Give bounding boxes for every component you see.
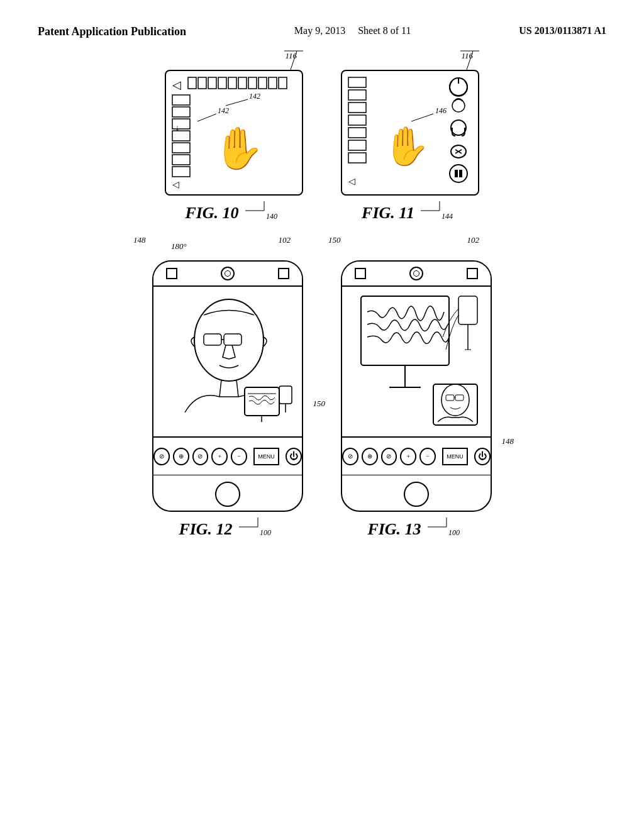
svg-point-56 (194, 299, 264, 381)
fig13-phone: ⊘ ⊕ ⊘ + − MENU ⏻ (341, 260, 492, 512)
fig12-ref-148: 148 (133, 235, 146, 245)
fig13-home-btn[interactable] (404, 482, 429, 507)
figure-10-wrapper: 116 ◁ (165, 70, 303, 223)
fig12-top-square-left (166, 268, 177, 279)
svg-point-48 (450, 165, 467, 182)
fig10-116-leader (269, 48, 306, 73)
svg-text:✋: ✋ (213, 124, 265, 173)
svg-text:↓: ↓ (175, 123, 180, 133)
fig10-screen: ◁ (165, 70, 303, 196)
fig11-label: FIG. 11 (362, 204, 414, 223)
fig10-svg: ◁ (166, 71, 304, 197)
fig11-144-leader: 144 (421, 201, 458, 220)
fig10-label: FIG. 10 (185, 204, 238, 223)
fig11-svg: ◁ ✋ (342, 71, 480, 197)
svg-text:◁: ◁ (172, 79, 181, 91)
fig12-menu-btn[interactable]: MENU (253, 448, 279, 465)
svg-rect-8 (238, 77, 247, 89)
fig13-camera (409, 267, 423, 280)
svg-line-61 (236, 380, 238, 397)
header-sheet: Sheet 8 of 11 (358, 25, 411, 36)
svg-rect-18 (172, 155, 190, 165)
svg-rect-7 (228, 77, 236, 89)
figure-12-wrapper: 148 180° 102 150 (152, 260, 303, 539)
svg-rect-3 (188, 77, 196, 89)
svg-point-44 (451, 120, 466, 135)
fig13-ref-102: 102 (467, 235, 480, 245)
fig12-camera-inner (225, 270, 231, 277)
svg-rect-9 (248, 77, 257, 89)
svg-rect-12 (279, 77, 287, 89)
svg-rect-11 (269, 77, 277, 89)
fig13-buttons-row: ⊘ ⊕ ⊘ + − MENU ⏻ (342, 438, 491, 475)
svg-rect-14 (172, 107, 190, 117)
fig13-ref-148: 148 (502, 436, 514, 446)
svg-rect-5 (208, 77, 216, 89)
fig10-140-leader: 140 (245, 201, 283, 220)
svg-rect-65 (279, 386, 292, 404)
svg-rect-34 (348, 102, 366, 113)
svg-line-23 (226, 99, 248, 106)
svg-text:142: 142 (249, 92, 260, 101)
svg-rect-32 (348, 77, 366, 87)
svg-rect-33 (348, 90, 366, 100)
header-center: May 9, 2013 Sheet 8 of 11 (294, 25, 411, 36)
svg-rect-73 (458, 296, 477, 324)
fig13-screen (342, 287, 491, 438)
svg-rect-57 (204, 334, 221, 345)
fig12-label: FIG. 12 (179, 520, 232, 539)
fig12-btn-1: ⊘ (153, 448, 170, 465)
fig13-menu-btn[interactable]: MENU (442, 448, 468, 465)
fig13-btn-plus: + (400, 448, 416, 465)
fig11-116-leader (445, 48, 482, 73)
svg-text:✋: ✋ (383, 124, 430, 169)
svg-line-30 (467, 51, 473, 70)
fig13-100-leader: 100 (428, 517, 465, 536)
figures-row-1: 116 ◁ (0, 70, 644, 223)
fig12-top-bar (153, 262, 302, 287)
fig12-phone: ⊘ ⊕ ⊘ + − MENU ⏻ (152, 260, 303, 512)
page-header: Patent Application Publication May 9, 20… (0, 0, 644, 51)
svg-text:100: 100 (260, 528, 271, 536)
svg-rect-49 (455, 170, 458, 177)
svg-rect-10 (258, 77, 267, 89)
fig12-btn-home-circle: ⏻ (286, 448, 302, 465)
svg-rect-19 (172, 167, 190, 177)
fig13-btn-2: ⊕ (362, 448, 378, 465)
fig13-screen-svg (342, 287, 491, 438)
svg-rect-4 (198, 77, 206, 89)
fig12-btn-3: ⊘ (192, 448, 209, 465)
svg-text:144: 144 (441, 212, 453, 220)
figure-11-wrapper: 116 ◁ (341, 70, 479, 223)
svg-rect-36 (348, 128, 366, 138)
svg-line-60 (219, 380, 221, 397)
svg-text:146: 146 (435, 106, 447, 115)
svg-line-51 (411, 114, 433, 121)
fig12-home-btn[interactable] (215, 482, 240, 507)
fig12-screen-svg (153, 287, 302, 438)
fig13-top-square-right (467, 268, 478, 279)
header-date: May 9, 2013 (294, 25, 345, 36)
fig13-camera-inner (413, 270, 419, 277)
svg-rect-76 (433, 384, 477, 425)
svg-rect-50 (459, 170, 462, 177)
fig12-ref-102: 102 (279, 235, 291, 245)
svg-rect-13 (172, 95, 190, 105)
svg-text:100: 100 (448, 528, 460, 536)
svg-rect-38 (348, 153, 366, 163)
svg-point-43 (452, 99, 465, 112)
svg-text:142: 142 (218, 106, 229, 115)
fig12-camera (221, 267, 235, 280)
svg-rect-35 (348, 115, 366, 125)
fig12-buttons-row: ⊘ ⊕ ⊘ + − MENU ⏻ (153, 438, 302, 475)
fig12-btn-plus: + (211, 448, 228, 465)
fig12-top-square-right (278, 268, 289, 279)
fig13-top-bar (342, 262, 491, 287)
fig13-ref-150: 150 (328, 235, 341, 245)
fig12-home-area (153, 475, 302, 512)
fig12-ref-150: 150 (313, 399, 326, 409)
fig13-btn-3: ⊘ (381, 448, 397, 465)
svg-rect-58 (224, 334, 242, 345)
svg-rect-6 (218, 77, 226, 89)
svg-rect-37 (348, 140, 366, 150)
